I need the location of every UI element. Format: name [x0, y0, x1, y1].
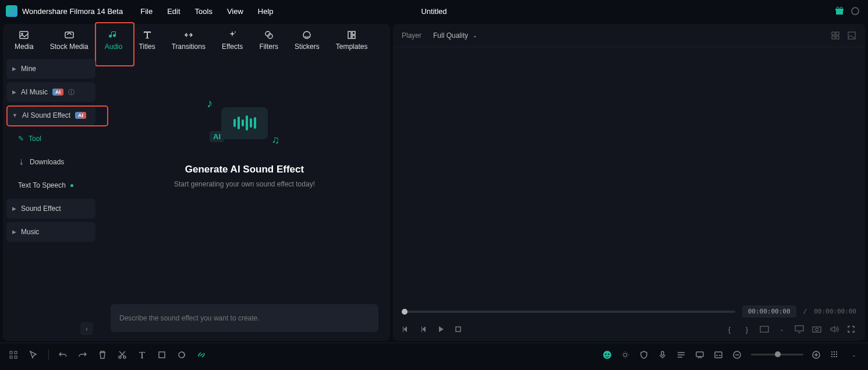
svg-point-29 [123, 356, 126, 358]
play-backward-button[interactable] [419, 325, 428, 333]
tab-label: Stickers [295, 43, 320, 51]
sidebar-item-mine[interactable]: ▶ Mine [6, 59, 95, 79]
content-area: ♪ AI ♫ Generate AI Sound Effect Start ge… [99, 56, 390, 341]
zoom-slider[interactable] [751, 354, 803, 355]
menu-edit[interactable]: Edit [167, 7, 180, 16]
tab-audio[interactable]: Audio [99, 26, 129, 54]
color-tool-icon[interactable] [177, 350, 187, 360]
ai-sound-graphic: ♪ AI ♫ [207, 97, 282, 149]
svg-rect-45 [834, 354, 835, 355]
shield-icon[interactable] [639, 350, 650, 360]
download-icon: ⭳ [18, 158, 25, 166]
snapshot-button[interactable] [812, 325, 821, 333]
collapse-sidebar-button[interactable]: ‹ [80, 322, 93, 335]
sidebar-item-music[interactable]: ▶ Music [6, 222, 95, 242]
info-icon[interactable]: ⓘ [68, 88, 75, 97]
menu-help[interactable]: Help [258, 7, 274, 16]
svg-rect-38 [715, 352, 722, 358]
sidebar-item-ai-sound-effect[interactable]: ▼ AI Sound Effect AI [6, 105, 95, 125]
grid-view-icon[interactable] [831, 31, 840, 40]
library-panel: Media Stock Media Audio Titles Transitio… [0, 22, 393, 343]
pointer-tool-icon[interactable] [29, 350, 39, 360]
svg-rect-37 [696, 352, 703, 357]
svg-rect-0 [836, 10, 843, 15]
svg-rect-44 [831, 354, 832, 355]
tab-label: Audio [105, 43, 123, 51]
stop-button[interactable] [454, 325, 463, 333]
sidebar-label: Sound Effect [21, 205, 61, 213]
image-view-icon[interactable] [847, 31, 856, 40]
play-button[interactable] [437, 325, 446, 333]
fullscreen-button[interactable] [847, 325, 856, 333]
tab-stickers[interactable]: Stickers [289, 26, 325, 54]
chevron-down-icon[interactable]: ⌄ [777, 326, 786, 332]
tab-filters[interactable]: Filters [253, 26, 284, 54]
current-timecode[interactable]: 00:00:00:00 [742, 305, 796, 318]
gift-icon[interactable] [835, 6, 844, 16]
text-tool-icon[interactable] [137, 350, 148, 360]
chevron-right-icon: ▶ [12, 89, 16, 95]
delete-button[interactable] [98, 350, 108, 360]
sidebar-item-tool[interactable]: ✎ Tool [6, 129, 95, 149]
zoom-in-button[interactable] [812, 350, 822, 360]
wand-icon: ✎ [18, 135, 24, 143]
svg-rect-41 [831, 351, 832, 353]
marker-icon[interactable] [695, 350, 706, 360]
menu-file[interactable]: File [140, 7, 153, 16]
svg-rect-20 [760, 326, 768, 332]
tab-titles[interactable]: Titles [133, 26, 161, 54]
progress-knob[interactable] [402, 309, 408, 315]
link-tool-icon[interactable] [197, 350, 207, 360]
mark-in-icon[interactable]: { [725, 325, 734, 334]
track-list-icon[interactable] [676, 350, 687, 360]
svg-rect-47 [831, 356, 832, 357]
tab-transitions[interactable]: Transitions [166, 26, 211, 54]
prev-frame-button[interactable] [402, 325, 411, 333]
display-button[interactable] [795, 325, 804, 333]
sidebar-label: Music [21, 228, 39, 236]
chevron-down-icon[interactable]: ⌄ [849, 352, 859, 358]
music-note-icon [108, 29, 119, 41]
tab-media[interactable]: Media [9, 26, 40, 54]
record-status-icon[interactable] [851, 7, 859, 15]
menu-tools[interactable]: Tools [195, 7, 212, 16]
mark-out-icon[interactable]: } [742, 325, 752, 334]
timeline-options-icon[interactable] [830, 350, 841, 360]
sidebar-item-sound-effect[interactable]: ▶ Sound Effect [6, 199, 95, 219]
ai-assistant-icon[interactable] [602, 350, 612, 360]
brightness-icon[interactable] [621, 350, 631, 360]
volume-button[interactable] [830, 325, 839, 333]
undo-button[interactable] [58, 350, 69, 360]
sidebar-item-text-to-speech[interactable]: Text To Speech [6, 175, 95, 195]
player-panel: Player Full Quality ⌄ 00:00:00:00 / 00:0… [393, 24, 865, 341]
menu-view[interactable]: View [227, 7, 243, 16]
video-preview[interactable] [393, 47, 865, 305]
sidebar-label: AI Music [21, 88, 48, 96]
app-logo-icon [6, 5, 17, 17]
svg-rect-14 [832, 32, 835, 35]
subtitle-icon[interactable] [714, 350, 724, 360]
cut-button[interactable] [118, 350, 128, 360]
microphone-icon[interactable] [658, 350, 668, 360]
redo-button[interactable] [78, 350, 88, 360]
svg-point-5 [22, 33, 23, 34]
svg-rect-12 [352, 31, 355, 34]
tab-templates[interactable]: Templates [330, 26, 374, 54]
transitions-icon [183, 29, 194, 41]
sound-effect-prompt-input[interactable] [119, 314, 370, 322]
tab-effects[interactable]: Effects [216, 26, 249, 54]
filters-icon [263, 29, 275, 41]
crop-tool-icon[interactable] [157, 350, 168, 360]
aspect-ratio-button[interactable] [760, 325, 769, 333]
quality-dropdown[interactable]: Full Quality ⌄ [433, 31, 477, 40]
prompt-input-container[interactable] [111, 304, 378, 332]
grid-tool-icon[interactable] [9, 350, 19, 360]
progress-bar[interactable] [402, 311, 735, 313]
zoom-out-button[interactable] [732, 350, 743, 360]
sidebar-item-ai-music[interactable]: ▶ AI Music AI ⓘ [6, 82, 95, 102]
zoom-knob[interactable] [775, 351, 781, 357]
tab-label: Templates [336, 43, 368, 51]
sidebar-item-downloads[interactable]: ⭳ Downloads [6, 152, 95, 172]
tab-label: Titles [139, 43, 155, 51]
tab-stock-media[interactable]: Stock Media [44, 26, 94, 54]
